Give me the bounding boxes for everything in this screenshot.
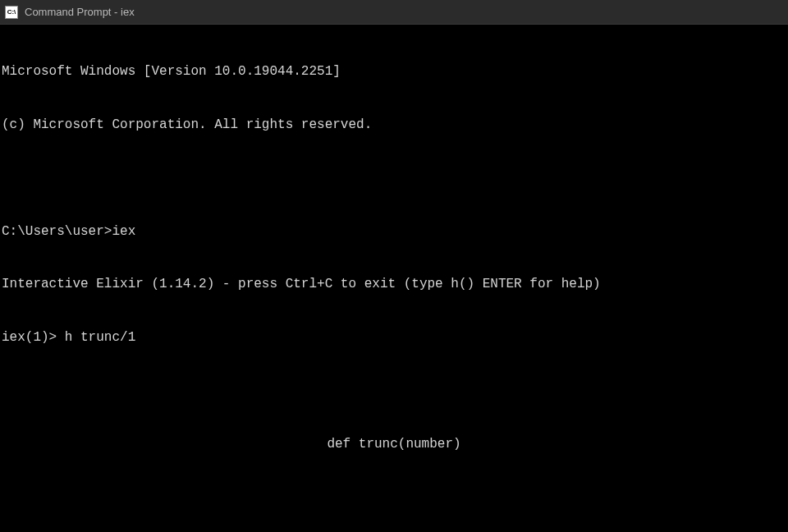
output-line: Microsoft Windows [Version 10.0.19044.22… xyxy=(2,63,786,81)
terminal-window: C:\ Command Prompt - iex Microsoft Windo… xyxy=(0,0,788,532)
doc-header: def trunc(number) xyxy=(2,436,786,454)
blank-line xyxy=(2,488,786,507)
cmd-icon: C:\ xyxy=(5,6,18,19)
terminal-output[interactable]: Microsoft Windows [Version 10.0.19044.22… xyxy=(0,25,788,532)
window-title: Command Prompt - iex xyxy=(25,6,135,18)
window-titlebar[interactable]: C:\ Command Prompt - iex xyxy=(0,0,788,25)
blank-line xyxy=(2,383,786,401)
prompt-line: C:\Users\user>iex xyxy=(2,223,786,241)
blank-line xyxy=(2,170,786,188)
output-line: (c) Microsoft Corporation. All rights re… xyxy=(2,117,786,135)
output-line: Interactive Elixir (1.14.2) - press Ctrl… xyxy=(2,276,786,294)
prompt-line: iex(1)> h trunc/1 xyxy=(2,329,786,347)
